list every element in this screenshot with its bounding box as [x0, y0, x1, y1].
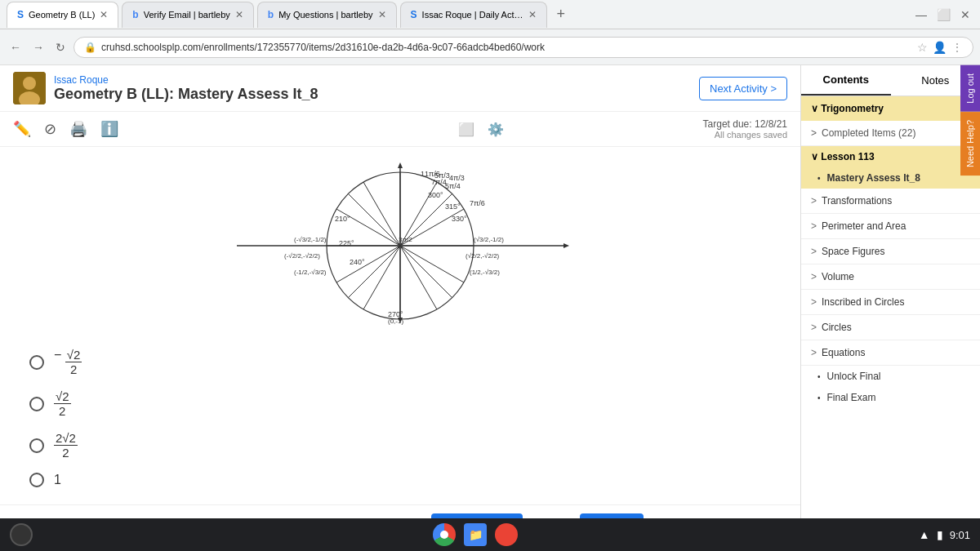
tab-title-daily: Issac Roque | Daily Activity: [422, 10, 523, 20]
trig-section-header[interactable]: ∨ Trigonometry: [801, 96, 980, 121]
next-activity-button[interactable]: Next Activity >: [699, 77, 787, 100]
taskbar-circle-button[interactable]: [10, 523, 33, 546]
svg-text:(√3/2,-1/2): (√3/2,-1/2): [474, 236, 504, 243]
tab-title-bartleby1: Verify Email | bartleby: [144, 10, 230, 20]
answer-option-4: 1: [29, 473, 771, 487]
close-window-button[interactable]: ✕: [957, 5, 973, 24]
svg-line-17: [336, 246, 400, 282]
omnibox-row: ← → ↻ 🔒 cruhsd.schoolsplp.com/enrollment…: [0, 29, 980, 65]
lesson-113-label: ∨ Lesson 113: [811, 151, 875, 162]
block-icon[interactable]: ⊘: [44, 120, 56, 138]
maximize-button[interactable]: ⬜: [933, 5, 954, 24]
course-title: Geometry B (LL): Mastery Assess It_8: [54, 86, 318, 103]
star-icon[interactable]: ☆: [917, 41, 928, 54]
answer-text-1: − √2 2: [54, 348, 82, 376]
inscribed-label: Inscribed in Circles: [822, 296, 904, 308]
svg-line-21: [400, 246, 437, 309]
circles-section[interactable]: > Circles: [801, 315, 980, 340]
tab-close-daily[interactable]: ✕: [528, 9, 537, 20]
space-figures-label: Space Figures: [822, 246, 884, 257]
new-tab-button[interactable]: +: [550, 6, 572, 23]
expand-icon[interactable]: ⬜: [458, 122, 474, 137]
lock-icon: 🔒: [84, 42, 96, 53]
files-symbol: 📁: [469, 528, 483, 541]
svg-line-18: [348, 246, 400, 298]
fraction-2: √2 2: [54, 389, 71, 418]
svg-point-1: [23, 77, 36, 90]
radio-1[interactable]: [29, 355, 44, 370]
tab-daily-activity[interactable]: S Issac Roque | Daily Activity ✕: [400, 2, 547, 28]
red-app-icon[interactable]: [495, 523, 518, 546]
svg-marker-6: [398, 162, 403, 168]
inscribed-circles-section[interactable]: > Inscribed in Circles: [801, 290, 980, 315]
sidebar-content: ∨ Trigonometry > Completed Items (22) ∨ …: [801, 96, 980, 408]
options-icon[interactable]: ⋮: [951, 41, 963, 54]
radio-4[interactable]: [29, 473, 44, 487]
answer-option-2: √2 2: [29, 389, 771, 418]
sidebar-tabs: Contents Notes: [801, 65, 980, 96]
pencil-icon[interactable]: ✏️: [13, 120, 31, 138]
reload-button[interactable]: ↻: [52, 38, 69, 57]
address-bar[interactable]: 🔒 cruhsd.schoolsplp.com/enrollments/1723…: [74, 37, 973, 58]
volume-section[interactable]: > Volume: [801, 264, 980, 290]
forward-button[interactable]: →: [29, 38, 47, 57]
unlock-final-item[interactable]: • Unlock Final: [801, 366, 980, 387]
radio-3[interactable]: [29, 438, 44, 453]
user-name[interactable]: Issac Roque: [54, 74, 318, 86]
svg-line-14: [348, 193, 400, 246]
profile-icon[interactable]: 👤: [933, 41, 947, 54]
mastery-item[interactable]: • Mastery Assess It_8: [801, 167, 980, 189]
completed-label: Completed Items (22): [822, 127, 915, 139]
transformations-section[interactable]: > Transformations: [801, 189, 980, 214]
svg-text:7π/6: 7π/6: [470, 199, 485, 207]
svg-text:4π/3: 4π/3: [449, 174, 465, 182]
space-figures-section[interactable]: > Space Figures: [801, 239, 980, 264]
svg-text:(-√2/2,-√2/2): (-√2/2,-√2/2): [284, 252, 320, 260]
tab-geometry[interactable]: S Geometry B (LL) ✕: [7, 2, 118, 28]
final-exam-item[interactable]: • Final Exam: [801, 387, 980, 408]
tab-close-bartleby2[interactable]: ✕: [378, 9, 386, 20]
perimeter-section[interactable]: > Perimeter and Area: [801, 214, 980, 239]
question-area: 7π/6 11π/6 5π/4 7π/4 4π/3 5π/3 330° 315°…: [0, 147, 800, 504]
transformations-chevron: >: [811, 195, 817, 207]
all-saved: All changes saved: [703, 130, 787, 140]
lesson-113-header[interactable]: ∨ Lesson 113: [801, 146, 980, 167]
files-icon[interactable]: 📁: [464, 523, 487, 546]
numerator-3: 2√2: [54, 431, 78, 446]
svg-text:330°: 330°: [452, 215, 467, 223]
equations-section[interactable]: > Equations: [801, 340, 980, 366]
need-help-button[interactable]: Need Help?: [960, 112, 980, 176]
back-button[interactable]: ←: [7, 38, 24, 57]
avatar: [13, 72, 46, 104]
svg-text:(1/2,-√3/2): (1/2,-√3/2): [470, 269, 500, 276]
tab-bartleby1[interactable]: b Verify Email | bartleby ✕: [122, 2, 254, 28]
right-edge: Log out Need Help?: [960, 65, 980, 176]
transformations-label: Transformations: [822, 195, 892, 207]
tab-icon-daily: S: [411, 9, 417, 20]
tab-bartleby2[interactable]: b My Questions | bartleby ✕: [257, 2, 397, 28]
svg-text:(-1/2,-√3/2): (-1/2,-√3/2): [294, 269, 327, 276]
perimeter-chevron: >: [811, 220, 817, 232]
page-header: Issac Roque Geometry B (LL): Mastery Ass…: [0, 65, 800, 112]
settings-icon[interactable]: ⚙️: [488, 122, 504, 137]
print-icon[interactable]: 🖨️: [69, 120, 87, 138]
header-info: Issac Roque Geometry B (LL): Mastery Ass…: [54, 74, 318, 103]
answer-text-2: √2 2: [54, 389, 71, 418]
radio-2[interactable]: [29, 397, 44, 411]
inscribed-chevron: >: [811, 296, 817, 308]
minimize-button[interactable]: —: [912, 5, 930, 24]
completed-items[interactable]: > Completed Items (22): [801, 121, 980, 146]
tab-contents[interactable]: Contents: [801, 65, 891, 96]
tab-close-geometry[interactable]: ✕: [100, 9, 108, 20]
taskbar-center: 📁: [433, 523, 518, 546]
circles-chevron: >: [811, 322, 817, 333]
tab-icon-geometry: S: [17, 9, 24, 20]
taskbar-left: [10, 523, 33, 546]
logout-button[interactable]: Log out: [960, 65, 980, 112]
browser-tab-bar: S Geometry B (LL) ✕ b Verify Email | bar…: [0, 0, 980, 29]
tab-title-bartleby2: My Questions | bartleby: [278, 10, 372, 20]
right-sidebar: Contents Notes ∨ Trigonometry > Complete…: [800, 65, 980, 551]
chrome-icon[interactable]: [433, 523, 456, 546]
info-icon[interactable]: ℹ️: [100, 120, 118, 138]
tab-close-bartleby1[interactable]: ✕: [235, 9, 243, 20]
